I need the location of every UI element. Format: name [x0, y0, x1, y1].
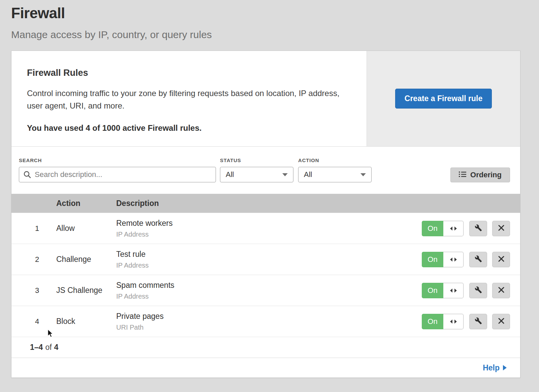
- ordering-button-label: Ordering: [470, 171, 502, 179]
- rule-description: Private pages: [116, 312, 422, 321]
- ordering-button[interactable]: Ordering: [450, 168, 510, 182]
- chevron-down-icon: [360, 173, 366, 176]
- rule-number: 4: [35, 317, 56, 326]
- search-group: SEARCH: [19, 157, 216, 182]
- delete-rule-button[interactable]: [492, 252, 510, 267]
- rule-toggle[interactable]: On: [422, 252, 443, 267]
- usage-summary: You have used 4 of 1000 active Firewall …: [27, 123, 346, 133]
- table-row: 3 JS Challenge Spam comments IP Address …: [11, 275, 520, 306]
- delete-rule-button[interactable]: [492, 221, 510, 236]
- rule-action: Block: [56, 317, 116, 326]
- pagination-of: of: [45, 343, 52, 352]
- edit-rule-button[interactable]: [469, 314, 487, 329]
- filters-bar: SEARCH STATUS All ACTION All: [11, 146, 520, 194]
- action-select[interactable]: All: [298, 167, 372, 182]
- pagination-range: 1–4: [30, 343, 43, 352]
- rule-action: JS Challenge: [56, 286, 116, 295]
- rule-match-type: IP Address: [116, 231, 422, 238]
- table-row: 2 Challenge Test rule IP Address On: [11, 244, 520, 275]
- create-firewall-rule-button[interactable]: Create a Firewall rule: [395, 89, 492, 109]
- wrench-icon: [475, 317, 482, 326]
- search-input[interactable]: [19, 167, 216, 182]
- card-description: Control incoming traffic to your zone by…: [27, 87, 346, 112]
- pagination: 1–4 of 4: [11, 337, 520, 358]
- rule-description: Test rule: [116, 250, 422, 259]
- card-footer: Help: [11, 358, 520, 378]
- help-link[interactable]: Help: [483, 363, 507, 372]
- rule-number: 2: [35, 255, 56, 264]
- search-label: SEARCH: [19, 157, 216, 163]
- drag-handle-icon[interactable]: [443, 252, 464, 267]
- close-icon: [498, 318, 504, 325]
- rule-match-type: IP Address: [116, 262, 422, 269]
- edit-rule-button[interactable]: [469, 283, 487, 298]
- delete-rule-button[interactable]: [492, 314, 510, 329]
- search-icon: [23, 171, 31, 179]
- page-header: Firewall Manage access by IP, country, o…: [0, 0, 539, 40]
- table-row: 1 Allow Remote workers IP Address On: [11, 213, 520, 244]
- drag-handle-icon[interactable]: [443, 221, 464, 236]
- rule-number: 3: [35, 286, 56, 295]
- table-header: Action Description: [11, 194, 520, 213]
- rule-match-type: IP Address: [116, 293, 422, 300]
- rule-toggle[interactable]: On: [422, 283, 443, 298]
- wrench-icon: [475, 286, 482, 295]
- rule-action: Allow: [56, 224, 116, 233]
- action-filter-group: ACTION All: [298, 157, 372, 182]
- table-row: 4 Block Private pages URI Path On: [11, 306, 520, 337]
- action-label: ACTION: [298, 157, 372, 163]
- status-filter-group: STATUS All: [220, 157, 293, 182]
- rule-action: Challenge: [56, 255, 116, 264]
- column-action: Action: [56, 199, 116, 208]
- column-description: Description: [116, 199, 520, 208]
- status-label: STATUS: [220, 157, 293, 163]
- delete-rule-button[interactable]: [492, 283, 510, 298]
- rule-number: 1: [35, 224, 56, 233]
- chevron-down-icon: [282, 173, 288, 176]
- drag-handle-icon[interactable]: [443, 314, 464, 329]
- close-icon: [498, 256, 504, 263]
- pagination-total: 4: [54, 343, 59, 352]
- page-title: Firewall: [11, 5, 520, 22]
- card-top: Firewall Rules Control incoming traffic …: [11, 51, 520, 146]
- card-intro: Firewall Rules Control incoming traffic …: [11, 51, 367, 146]
- wrench-icon: [475, 255, 482, 264]
- drag-handle-icon[interactable]: [443, 283, 464, 298]
- rule-toggle[interactable]: On: [422, 221, 443, 236]
- help-arrow-icon: [503, 365, 507, 370]
- edit-rule-button[interactable]: [469, 221, 487, 236]
- card-action-panel: Create a Firewall rule: [367, 51, 520, 146]
- firewall-card: Firewall Rules Control incoming traffic …: [11, 51, 520, 378]
- close-icon: [498, 225, 504, 232]
- page-subtitle: Manage access by IP, country, or query r…: [11, 29, 520, 40]
- rule-description: Remote workers: [116, 219, 422, 228]
- status-select[interactable]: All: [220, 167, 293, 182]
- ordering-list-icon: [459, 171, 466, 179]
- rule-match-type: URI Path: [116, 324, 422, 331]
- card-heading: Firewall Rules: [27, 68, 346, 78]
- rule-toggle[interactable]: On: [422, 314, 443, 329]
- close-icon: [498, 287, 504, 294]
- help-link-label: Help: [483, 363, 500, 372]
- wrench-icon: [475, 224, 482, 233]
- edit-rule-button[interactable]: [469, 252, 487, 267]
- action-selected-value: All: [304, 170, 312, 179]
- status-selected-value: All: [226, 170, 234, 179]
- rule-description: Spam comments: [116, 281, 422, 290]
